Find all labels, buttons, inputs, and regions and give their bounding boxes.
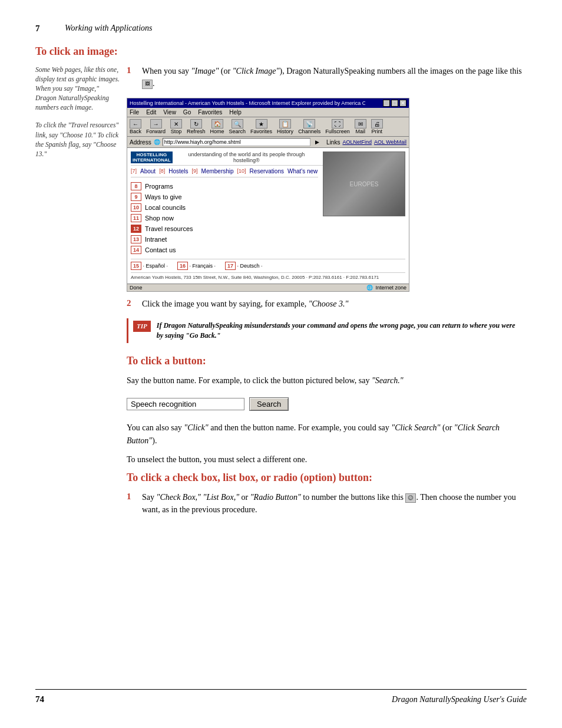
nav-hostels[interactable]: Hostels	[168, 168, 188, 174]
menu-go[interactable]: Go	[183, 109, 191, 116]
list-item-travel: 12 Travel resources	[131, 223, 405, 234]
browser-menubar: File Edit View Go Favorites Help	[127, 108, 409, 117]
minimize-button[interactable]: _	[383, 100, 390, 107]
nav-reservations[interactable]: Reservations	[250, 168, 284, 174]
page-header-title: Working with Applications	[53, 24, 527, 33]
list-label-programs[interactable]: Programs	[145, 183, 173, 190]
tip-text: If Dragon NaturallySpeaking misunderstan…	[157, 321, 522, 341]
demo-search-input[interactable]	[127, 398, 244, 410]
menu-view[interactable]: View	[163, 109, 176, 116]
flag-deutsch[interactable]: 17 · Deutsch ·	[225, 262, 263, 270]
list-item-intranet: 13 Intranet	[131, 234, 405, 245]
list-label-contact[interactable]: Contact us	[145, 246, 176, 253]
history-icon: 📋	[279, 119, 291, 129]
status-text: Done	[130, 285, 143, 291]
flag-francais[interactable]: 16 · Français ·	[177, 262, 216, 270]
aol-webmail-link[interactable]: AOL WebMail	[374, 139, 406, 145]
num-badge-8: 8	[131, 182, 141, 190]
browser-status-bar: Done 🌐 Internet zone	[127, 284, 409, 291]
list-label-travel[interactable]: Travel resources	[145, 225, 193, 232]
nav-membership[interactable]: Membership	[201, 168, 234, 174]
page-header: 7 Working with Applications	[35, 24, 527, 34]
browser-body: EUROPES HOSTELLINGINTERNATIONAL understa…	[127, 148, 409, 284]
num-badge-10: 10	[131, 203, 141, 212]
step2: 2 Click the image you want by saying, fo…	[127, 298, 527, 310]
page-footer: 74 Dragon NaturallySpeaking User's Guide	[35, 689, 527, 704]
stop-button[interactable]: ✕ Stop	[170, 119, 182, 134]
links-label: Links	[326, 139, 340, 146]
forward-button[interactable]: → Forward	[146, 119, 166, 134]
list-item-programs: 8 Programs	[131, 181, 318, 192]
browser-controls[interactable]: _ □ ✕	[383, 100, 406, 107]
menu-edit[interactable]: Edit	[146, 109, 156, 116]
maximize-button[interactable]: □	[391, 100, 398, 107]
history-button[interactable]: 📋 History	[277, 119, 293, 134]
list-item-councils: 10 Local councils	[131, 202, 318, 213]
browser-titlebar: Hostelling International - American Yout…	[127, 98, 409, 108]
step2-number: 2	[127, 298, 137, 308]
list-item-contact: 14 Contact us	[131, 245, 405, 255]
close-button[interactable]: ✕	[399, 100, 406, 107]
flag-row: 15 · Español · 16 · Français · 17 · Deut…	[131, 259, 405, 270]
nav-num-reservations: [10]	[237, 168, 246, 174]
section1-layout: Some Web pages, like this one, display t…	[35, 65, 527, 349]
step1-number: 1	[127, 65, 137, 75]
back-button[interactable]: ← Back	[130, 119, 141, 134]
section1-main: 1 When you say "Image" (or "Click Image"…	[127, 65, 527, 349]
list-item-ways: 9 Ways to give	[131, 192, 318, 202]
demo-search-button[interactable]: Search	[249, 397, 289, 411]
section-click-image: To click an image: Some Web pages, like …	[35, 45, 527, 349]
address-label: Address	[130, 139, 151, 146]
num-badge-13: 13	[131, 235, 141, 243]
search-button[interactable]: 🔍 Search	[229, 119, 246, 134]
print-button[interactable]: 🖨 Print	[371, 119, 383, 134]
channels-icon: 📡	[303, 119, 315, 129]
favorites-icon: ★	[256, 119, 267, 129]
section3-step1-text: Say "Check Box," "List Box," or "Radio B…	[142, 491, 527, 516]
browser-toolbar: ← Back → Forward ✕ Stop ↻	[127, 117, 409, 137]
menu-favorites[interactable]: Favorites	[198, 109, 222, 116]
zone-label: Internet zone	[375, 285, 406, 291]
section1-heading: To click an image:	[35, 45, 527, 58]
nav-num-membership: [9]	[192, 168, 198, 174]
status-zone: 🌐 Internet zone	[366, 285, 406, 291]
page-number-top: 7	[35, 24, 53, 34]
favorites-button[interactable]: ★ Favorites	[250, 119, 272, 134]
section-click-checkbox: To click a check box, list box, or radio…	[127, 472, 527, 516]
aol-netfind-link[interactable]: AOLNetFind	[342, 139, 372, 145]
go-button[interactable]: ▶	[315, 139, 319, 145]
home-button[interactable]: 🏠 Home	[210, 119, 224, 134]
section3-step1-number: 1	[127, 492, 137, 502]
menu-file[interactable]: File	[130, 109, 139, 116]
num-badge-12: 12	[131, 225, 141, 233]
num-badge-14: 14	[131, 246, 141, 254]
list-label-councils[interactable]: Local councils	[145, 204, 186, 211]
menu-help[interactable]: Help	[229, 109, 242, 116]
fullscreen-button[interactable]: ⛶ Fullscreen	[325, 119, 350, 134]
org-logo: HOSTELLINGINTERNATIONAL	[131, 151, 173, 163]
channels-button[interactable]: 📡 Channels	[298, 119, 320, 134]
browser-title: Hostelling International - American Yout…	[130, 100, 365, 106]
nav-whatsnew[interactable]: What's new	[287, 168, 318, 174]
list-label-intranet[interactable]: Intranet	[145, 236, 167, 243]
section3-heading: To click a check box, list box, or radio…	[127, 472, 527, 484]
refresh-button[interactable]: ↻ Refresh	[187, 119, 206, 134]
list-label-shop[interactable]: Shop now	[145, 215, 174, 222]
section2-para3: To unselect the button, you must select …	[127, 453, 527, 466]
browser-address-bar: Address 🌐 ▶ Links AOLNetFind AOL WebMail	[127, 137, 409, 148]
nav-about[interactable]: About	[140, 168, 156, 174]
flag-espanol[interactable]: 15 · Español ·	[131, 262, 168, 270]
section2-para2: You can also say "Click" and then the bu…	[127, 421, 527, 447]
image-icon: 🖼	[142, 80, 153, 89]
sidebar-note-para2: To click the "Travel resources" link, sa…	[35, 120, 120, 158]
demo-input-row: Search	[127, 395, 527, 413]
tip-label: TIP	[133, 321, 151, 332]
sidebar-note-para1: Some Web pages, like this one, display t…	[35, 65, 120, 112]
list-label-ways[interactable]: Ways to give	[145, 193, 182, 200]
step1-text: When you say "Image" (or "Click Image"),…	[142, 65, 527, 90]
page-number-bottom: 74	[35, 694, 44, 704]
mail-button[interactable]: ✉ Mail	[355, 119, 366, 134]
address-input[interactable]	[163, 138, 310, 146]
nav-num-about: [7]	[131, 168, 137, 174]
tip-box: TIP If Dragon NaturallySpeaking misunder…	[127, 318, 527, 343]
